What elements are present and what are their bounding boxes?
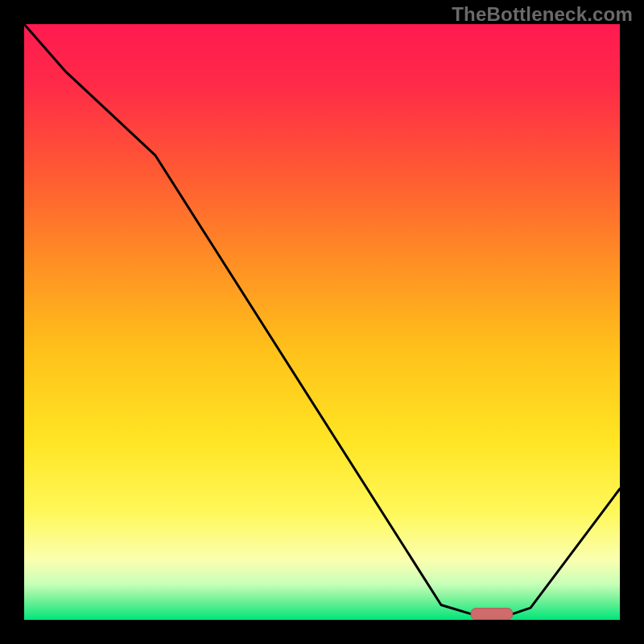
chart-container: TheBottleneck.com — [0, 0, 644, 644]
watermark-text: TheBottleneck.com — [452, 3, 633, 26]
chart-svg — [24, 24, 620, 620]
gradient-background — [24, 24, 620, 620]
optimal-range-marker — [471, 609, 513, 620]
plot-area — [24, 24, 620, 620]
